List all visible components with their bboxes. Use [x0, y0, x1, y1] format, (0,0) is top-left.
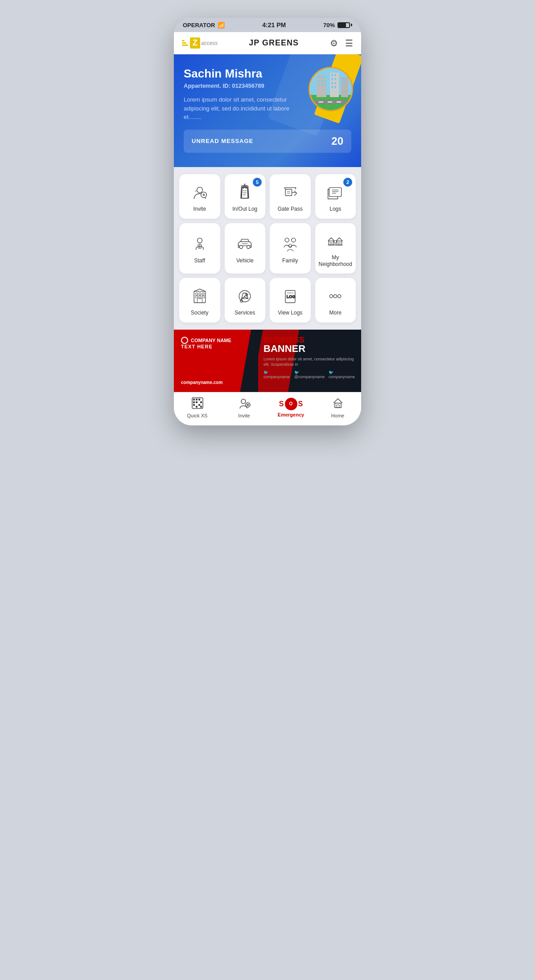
business-banner: COMPANY NAME TEXT HERE companyname.com B… [174, 330, 361, 392]
family-icon [280, 234, 300, 254]
hero-description: Lorem ipsum dolor sit amet, consectetur … [184, 95, 309, 122]
grid-item-services[interactable]: Services [225, 278, 266, 323]
logs-label: Logs [329, 206, 341, 213]
sos-shield-icon: O [285, 398, 297, 410]
staff-icon [190, 234, 210, 254]
svg-line-70 [200, 289, 206, 291]
banner-left: COMPANY NAME TEXT HERE companyname.com [174, 330, 258, 392]
svg-point-51 [285, 238, 289, 242]
society-label: Society [191, 310, 208, 317]
grid-item-invite[interactable]: Invite [179, 174, 220, 219]
sos-s2-letter: S [298, 400, 303, 408]
svg-point-79 [338, 294, 341, 298]
grid-item-inout[interactable]: 5 [225, 174, 266, 219]
svg-rect-41 [329, 188, 342, 196]
society-icon [190, 286, 210, 306]
invite-icon [190, 183, 210, 202]
twitter-icon: 🐦 @companyname [294, 370, 325, 379]
banner-social: 🐦 companyname 🐦 @companyname 🐦 companyna… [263, 370, 356, 379]
vehicle-label: Vehicle [236, 257, 254, 265]
unread-count: 20 [331, 135, 343, 147]
svg-rect-28 [328, 102, 332, 102]
user-name: Sachin Mishra [184, 67, 351, 81]
staff-label: Staff [194, 257, 205, 265]
settings-icon[interactable]: ⚙ [330, 38, 338, 49]
svg-line-69 [194, 289, 200, 291]
services-icon [235, 286, 255, 306]
banner-circle-icon [181, 337, 188, 344]
status-bar: OPERATOR 📶 4:21 PM 70% [174, 18, 361, 32]
logo-waves [182, 40, 188, 46]
svg-rect-27 [319, 102, 323, 102]
nav-item-quickxs[interactable]: Quick XS [174, 397, 221, 418]
unread-label: UNREAD MESSAGE [192, 138, 253, 144]
svg-rect-62 [196, 293, 198, 295]
icon-grid-section: Invite 5 [174, 167, 361, 330]
quickxs-icon [191, 397, 204, 411]
svg-point-48 [239, 245, 243, 249]
svg-point-77 [330, 294, 333, 298]
logs-icon [325, 183, 345, 202]
svg-rect-83 [193, 404, 195, 406]
status-right: 70% [323, 22, 352, 29]
viewlogs-label: View Logs [278, 310, 302, 317]
quickxs-label: Quick XS [187, 413, 208, 418]
inout-label: In/Out Log [232, 206, 257, 213]
battery-icon [337, 22, 352, 28]
svg-rect-38 [285, 189, 292, 196]
menu-icon[interactable]: ☰ [345, 38, 353, 49]
neighborhood-icon [325, 231, 345, 251]
svg-rect-65 [196, 296, 198, 298]
banner-domain: companyname.com [181, 380, 251, 385]
services-label: Services [235, 310, 255, 317]
svg-rect-88 [200, 401, 202, 403]
family-label: Family [282, 257, 298, 265]
svg-rect-85 [198, 399, 200, 400]
grid-item-society[interactable]: Society [179, 278, 220, 323]
grid-item-family[interactable]: Family [270, 223, 311, 274]
home-label: Home [331, 413, 344, 418]
svg-rect-68 [197, 298, 202, 302]
invite-label: Invite [193, 206, 206, 213]
svg-point-91 [241, 399, 246, 404]
svg-rect-56 [337, 241, 342, 245]
svg-point-78 [334, 294, 337, 298]
svg-rect-63 [199, 293, 201, 295]
gatepass-label: Gate Pass [278, 206, 303, 213]
banner-banner-text: BANNER [263, 344, 356, 354]
svg-point-30 [197, 187, 202, 193]
svg-rect-66 [199, 296, 201, 298]
banner-company: COMPANY NAME [181, 337, 251, 344]
banner-right: BUSINESS BANNER Lorem ipsum dolor sit am… [258, 330, 361, 392]
inout-badge: 5 [253, 178, 262, 187]
svg-rect-84 [196, 399, 198, 400]
nav-item-invite[interactable]: Invite [221, 397, 268, 418]
svg-point-49 [247, 245, 250, 249]
svg-rect-87 [198, 404, 200, 406]
svg-rect-82 [193, 401, 195, 403]
grid-item-viewlogs[interactable]: LOG View Logs [270, 278, 311, 323]
svg-text:LOG: LOG [287, 294, 296, 299]
nav-invite-label: Invite [238, 413, 250, 418]
nav-item-emergency[interactable]: S O S Emergency [268, 398, 314, 417]
grid-item-staff[interactable]: Staff [179, 223, 220, 274]
svg-rect-55 [330, 242, 332, 245]
home-icon [332, 397, 344, 411]
grid-item-logs[interactable]: 2 Logs [315, 174, 356, 219]
grid-item-vehicle[interactable]: Vehicle [225, 223, 266, 274]
logo-z: Z [190, 37, 200, 49]
grid-item-gatepass[interactable]: Gate Pass [270, 174, 311, 219]
app-header: Z access JP GREENS ⚙ ☰ [174, 32, 361, 54]
app-title: JP GREENS [249, 38, 299, 48]
grid-item-more[interactable]: More [315, 278, 356, 323]
svg-point-45 [197, 238, 202, 243]
bottom-nav: Quick XS Invite S O S Emergency [174, 392, 361, 425]
operator-text: OPERATOR [183, 22, 215, 29]
svg-rect-57 [339, 242, 341, 245]
svg-rect-86 [196, 401, 198, 403]
unread-message-bar[interactable]: UNREAD MESSAGE 20 [184, 130, 351, 153]
banner-subtext: TEXT HERE [181, 344, 251, 349]
nav-item-home[interactable]: Home [314, 397, 361, 418]
more-icon [325, 286, 345, 306]
grid-item-neighborhood[interactable]: My Neighborhood [315, 223, 356, 274]
